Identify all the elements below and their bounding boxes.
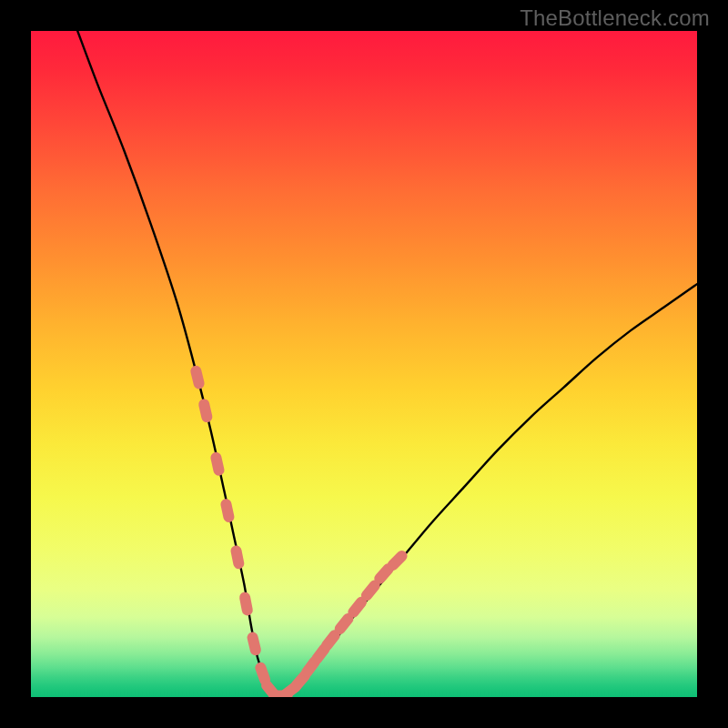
chart-frame: TheBottleneck.com [0, 0, 728, 728]
watermark-text: TheBottleneck.com [520, 5, 710, 31]
plot-area [31, 31, 697, 697]
